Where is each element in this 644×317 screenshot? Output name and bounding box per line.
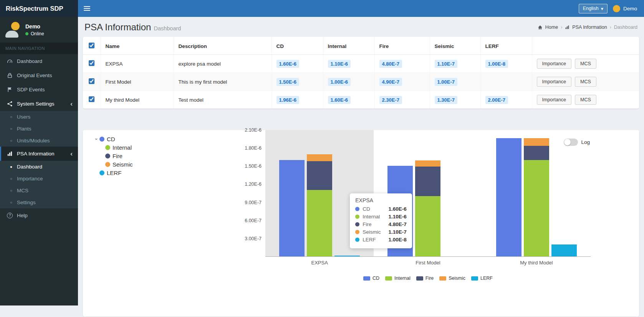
legend-swatch: [385, 276, 392, 281]
circle-o-icon: ○: [8, 200, 14, 205]
legend-item-internal[interactable]: Internal: [99, 143, 133, 152]
importance-button[interactable]: Importance: [537, 59, 572, 69]
chart-icon: [565, 25, 570, 30]
column-header-fire: Fire: [374, 37, 430, 55]
brand-logo[interactable]: RiskSpectrum SDP: [0, 0, 78, 17]
legend-item-seismic[interactable]: Seismic: [99, 160, 133, 168]
table-header-row: Name Description CD Internal Fire Seismi…: [83, 37, 639, 55]
legend-dot: [105, 145, 110, 150]
select-all-checkbox[interactable]: [89, 43, 94, 48]
bar-seismic[interactable]: [524, 138, 549, 146]
seismic-value-badge: 1.00E-7: [435, 78, 458, 86]
column-header-cd: CD: [272, 37, 323, 55]
x-axis-label: My third Model: [482, 260, 591, 266]
bar-cd[interactable]: [279, 160, 305, 256]
table-row: My third Model Test model 1.96E-6 1.60E-…: [83, 91, 639, 109]
bar-fire[interactable]: [415, 167, 440, 196]
model-name: First Model: [101, 73, 174, 91]
row-checkbox[interactable]: [89, 96, 94, 102]
row-checkbox[interactable]: [89, 60, 94, 66]
legend-item-fire[interactable]: Fire: [416, 276, 434, 281]
bar-seismic[interactable]: [307, 154, 332, 161]
sidebar-item-settings[interactable]: ○Settings: [0, 196, 78, 208]
sidebar-item-original-events[interactable]: Original Events: [0, 68, 78, 83]
tooltip-row: Fire4.80E-7: [355, 221, 407, 227]
sidebar-item-importance[interactable]: ○Importance: [0, 173, 78, 185]
sidebar-item-sdp-events[interactable]: SDP Events: [0, 83, 78, 97]
circle-o-icon: ○: [8, 188, 14, 193]
importance-button[interactable]: Importance: [537, 95, 572, 105]
sidebar-item-plants[interactable]: ○Plants: [0, 123, 78, 135]
seismic-value-badge: 1.30E-7: [435, 96, 458, 104]
bar-internal[interactable]: [415, 196, 440, 256]
sidebar-item-users[interactable]: ○Users: [0, 111, 78, 123]
tooltip-row: Internal1.10E-6: [355, 214, 407, 220]
y-axis-tick: 6.00E-7: [245, 218, 262, 223]
page-subtitle: Dashboard: [154, 25, 181, 31]
importance-button[interactable]: Importance: [537, 77, 572, 87]
legend-label: Internal: [394, 276, 411, 281]
legend-item-lerf[interactable]: LERF: [471, 276, 493, 281]
bar-slot: [415, 160, 440, 256]
bar-internal[interactable]: [524, 160, 549, 256]
bar-cd[interactable]: [496, 138, 521, 256]
sidebar-item-help[interactable]: ? Help: [0, 208, 78, 223]
legend-item-cd[interactable]: ›CD: [94, 135, 133, 143]
mcs-button[interactable]: MCS: [575, 77, 596, 87]
bar-fire[interactable]: [524, 146, 549, 160]
gauge-icon: [7, 58, 13, 64]
legend-dot: [355, 207, 359, 211]
bar-group-my-third-model[interactable]: [482, 130, 591, 256]
legend-item-internal[interactable]: Internal: [385, 276, 411, 281]
cd-value-badge: 1.60E-6: [276, 60, 300, 68]
tooltip-series-value: 1.10E-7: [388, 229, 406, 235]
bar-lerf[interactable]: [551, 244, 577, 256]
legend-item-seismic[interactable]: Seismic: [439, 276, 465, 281]
row-checkbox[interactable]: [89, 78, 94, 84]
main-content: PSA InformationDashboard Home › PSA Info…: [78, 0, 644, 317]
legend-item-fire[interactable]: Fire: [99, 152, 133, 160]
bar-internal[interactable]: [307, 190, 332, 256]
sidebar-item-system-settings[interactable]: System Settings ‹: [0, 97, 78, 111]
column-header-lerf: LERF: [480, 37, 532, 55]
sidebar-item-mcs[interactable]: ○MCS: [0, 185, 78, 196]
fire-value-badge: 4.90E-7: [379, 78, 402, 86]
breadcrumb-home[interactable]: Home: [545, 25, 558, 30]
user-avatar: [613, 5, 620, 12]
legend-swatch: [363, 276, 370, 281]
legend-item-cd[interactable]: CD: [363, 276, 379, 281]
y-axis-tick: 3.00E-7: [245, 236, 262, 241]
tooltip-row: Seismic1.10E-7: [355, 229, 407, 235]
sidebar-item-psa-information[interactable]: PSA Information ‹: [0, 147, 78, 161]
bar-seismic[interactable]: [415, 160, 440, 167]
bar-lerf[interactable]: [334, 256, 360, 256]
mcs-button[interactable]: MCS: [575, 59, 596, 69]
tooltip-series-name: Seismic: [363, 229, 381, 235]
bar-slot: [496, 138, 521, 256]
bar-slot: [551, 244, 577, 256]
y-axis-tick: 9.00E-7: [245, 200, 262, 205]
model-name: My third Model: [101, 91, 174, 109]
user-name: Demo: [623, 6, 637, 12]
breadcrumb: Home › PSA Information › Dashboard: [538, 25, 637, 30]
y-axis: 3.00E-76.00E-79.00E-71.20E-61.50E-61.80E…: [238, 130, 265, 257]
language-dropdown[interactable]: English ▾: [579, 4, 608, 13]
chevron-down-icon[interactable]: ›: [94, 136, 99, 142]
lerf-value-badge: 2.00E-7: [485, 96, 508, 104]
legend-item-lerf[interactable]: LERF: [94, 168, 133, 177]
sidebar-item-dashboard[interactable]: Dashboard: [0, 54, 78, 68]
hamburger-icon[interactable]: [78, 0, 96, 17]
sidebar-item-units-modules[interactable]: ○Units/Modules: [0, 135, 78, 147]
sidebar-item-psa-dashboard[interactable]: ●Dashboard: [0, 161, 78, 173]
mcs-button[interactable]: MCS: [575, 95, 596, 105]
content-header: PSA InformationDashboard Home › PSA Info…: [78, 17, 644, 37]
breadcrumb-section[interactable]: PSA Information: [572, 25, 607, 30]
user-menu[interactable]: Demo: [613, 5, 637, 12]
bar-fire[interactable]: [307, 161, 332, 190]
models-table: Name Description CD Internal Fire Seismi…: [83, 37, 639, 109]
language-label: English: [583, 6, 599, 11]
cd-value-badge: 1.96E-6: [276, 96, 300, 104]
tooltip-title: EXPSA: [355, 197, 407, 203]
bar-slot: [524, 138, 549, 256]
chevron-left-icon: ‹: [70, 152, 73, 156]
